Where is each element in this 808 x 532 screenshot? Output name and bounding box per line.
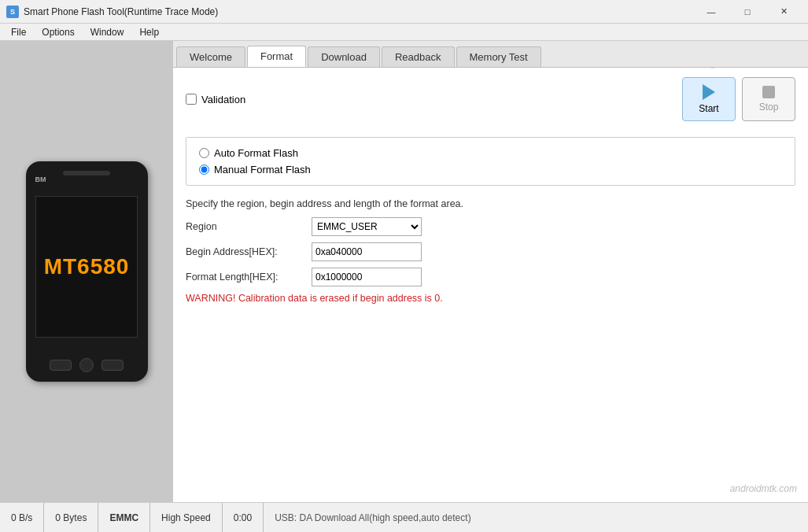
tab-memory[interactable]: Memory Test	[456, 46, 541, 67]
tab-readback[interactable]: Readback	[382, 46, 455, 67]
status-usb: USB: DA Download All(high speed,auto det…	[264, 503, 808, 532]
start-button[interactable]: Start	[682, 77, 736, 121]
phone-screen: MT6580	[35, 196, 138, 338]
content-area: Validation ▼ Start Stop	[173, 68, 808, 502]
stop-button[interactable]: Stop	[742, 77, 795, 121]
top-row: Validation ▼ Start Stop	[186, 77, 795, 127]
tab-welcome[interactable]: Welcome	[176, 46, 245, 67]
menu-file[interactable]: File	[3, 25, 34, 39]
main-layout: BM MT6580 Welcome Format Download Readba…	[0, 41, 808, 502]
status-time: 0:00	[223, 503, 264, 532]
phone-btn-left	[50, 360, 72, 371]
status-bar: 0 B/s 0 Bytes EMMC High Speed 0:00 USB: …	[0, 502, 808, 532]
maximize-button[interactable]: □	[729, 0, 766, 24]
close-button[interactable]: ✕	[766, 0, 802, 24]
phone-buttons	[50, 358, 124, 372]
region-label: Region	[186, 221, 312, 232]
status-speed: 0 B/s	[0, 503, 44, 532]
auto-format-label: Auto Format Flash	[214, 147, 298, 159]
menu-window[interactable]: Window	[83, 25, 132, 39]
menu-help[interactable]: Help	[131, 25, 167, 39]
validation-row: Validation	[186, 94, 245, 105]
tabs-bar: Welcome Format Download Readback Memory …	[173, 41, 808, 68]
phone-device: BM MT6580	[26, 161, 148, 382]
format-length-label: Format Length[HEX]:	[186, 272, 312, 283]
region-select[interactable]: EMMC_USER EMMC_BOOT_1 EMMC_BOOT_2 EMMC_R…	[312, 217, 422, 236]
content-inner: Validation ▼ Start Stop	[173, 68, 808, 502]
phone-top-bar	[63, 171, 110, 175]
red-arrow-indicator: ▼	[696, 68, 728, 75]
begin-address-row: Begin Address[HEX]:	[186, 242, 795, 261]
title-bar: S Smart Phone Flash Tool(Runtime Trace M…	[0, 0, 808, 24]
settings-description: Specify the region, begin address and le…	[186, 198, 795, 209]
menu-bar: File Options Window Help	[0, 24, 808, 41]
validation-checkbox[interactable]	[186, 94, 197, 105]
phone-model-text: MT6580	[44, 254, 130, 279]
begin-address-input[interactable]	[312, 242, 422, 261]
validation-label: Validation	[201, 94, 245, 105]
app-icon: S	[6, 6, 19, 18]
stop-icon	[762, 86, 775, 98]
start-stop-area: ▼ Start Stop	[682, 77, 795, 121]
status-bytes: 0 Bytes	[44, 503, 98, 532]
window-title: Smart Phone Flash Tool(Runtime Trace Mod…	[24, 6, 693, 17]
menu-options[interactable]: Options	[34, 25, 82, 39]
status-storage: EMMC	[98, 503, 150, 532]
watermark: androidmtk.com	[730, 483, 797, 494]
start-label: Start	[699, 103, 718, 114]
window-controls: — □ ✕	[693, 0, 802, 24]
phone-btn-right	[101, 360, 124, 371]
phone-btn-home	[79, 358, 94, 372]
tab-format[interactable]: Format	[247, 46, 306, 67]
right-panel: Welcome Format Download Readback Memory …	[173, 41, 808, 502]
status-connection-speed: High Speed	[150, 503, 223, 532]
phone-brand: BM	[35, 175, 46, 183]
stop-label: Stop	[759, 102, 779, 113]
manual-format-label: Manual Format Flash	[214, 164, 311, 175]
begin-address-label: Begin Address[HEX]:	[186, 246, 312, 257]
format-options-box: Auto Format Flash Manual Format Flash	[186, 137, 795, 186]
manual-format-radio[interactable]	[199, 164, 209, 175]
manual-format-row: Manual Format Flash	[199, 164, 782, 175]
minimize-button[interactable]: —	[693, 0, 729, 24]
region-row: Region EMMC_USER EMMC_BOOT_1 EMMC_BOOT_2…	[186, 217, 795, 236]
auto-format-row: Auto Format Flash	[199, 147, 782, 159]
play-icon	[703, 84, 715, 100]
format-length-input[interactable]	[312, 268, 422, 286]
manual-settings: Specify the region, begin address and le…	[186, 198, 795, 310]
format-length-row: Format Length[HEX]:	[186, 268, 795, 286]
auto-format-radio[interactable]	[199, 148, 209, 158]
left-panel: BM MT6580	[0, 41, 173, 502]
warning-text: WARNING! Calibration data is erased if b…	[186, 293, 795, 304]
tab-download[interactable]: Download	[308, 46, 380, 67]
